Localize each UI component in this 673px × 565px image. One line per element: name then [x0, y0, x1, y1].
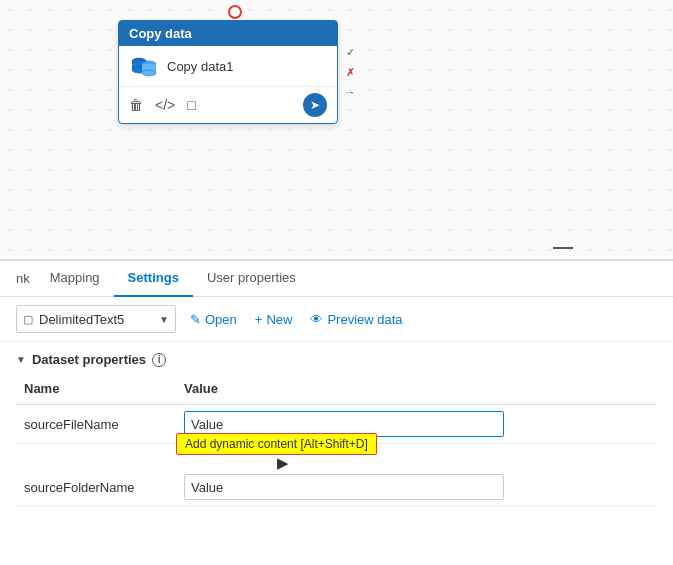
open-button[interactable]: ✎ Open	[186, 310, 241, 329]
bottom-panel: nk Mapping Settings User properties ▢ De…	[0, 260, 673, 507]
source-foldername-input[interactable]	[184, 474, 504, 500]
new-button[interactable]: + New	[251, 310, 297, 329]
canvas-area: Copy data Copy data1	[0, 0, 673, 260]
table-row: sourceFileName Add dynamic content [Alt+…	[16, 405, 657, 444]
pencil-icon: ✎	[190, 312, 201, 327]
tab-user-properties[interactable]: User properties	[193, 261, 310, 297]
preview-icon: 👁	[310, 312, 323, 327]
open-label: Open	[205, 312, 237, 327]
main-container: Copy data Copy data1	[0, 0, 673, 565]
toolbar-row: ▢ DelimitedText5 ▼ ✎ Open + New 👁 Previe…	[0, 297, 673, 342]
section-chevron-icon[interactable]: ▼	[16, 354, 26, 365]
section-title: ▼ Dataset properties i	[16, 352, 657, 367]
chevron-down-icon: ▼	[159, 314, 169, 325]
delete-icon[interactable]: 🗑	[129, 97, 143, 113]
new-label: New	[266, 312, 292, 327]
info-icon[interactable]: i	[152, 353, 166, 367]
preview-data-button[interactable]: 👁 Preview data	[306, 310, 406, 329]
dynamic-content-label: Add dynamic content [Alt+Shift+D]	[185, 437, 368, 451]
card-activity-name: Copy data1	[167, 59, 234, 74]
dynamic-content-popup[interactable]: Add dynamic content [Alt+Shift+D] ▶	[176, 433, 377, 455]
section-title-text: Dataset properties	[32, 352, 146, 367]
collapse-line	[553, 247, 573, 249]
card-header: Copy data	[119, 21, 337, 46]
properties-section: ▼ Dataset properties i Name Value source…	[0, 342, 673, 507]
dataset-icon: ▢	[23, 313, 33, 326]
card-title: Copy data	[129, 26, 192, 41]
copy-data-card: Copy data Copy data1	[118, 20, 338, 124]
tab-mapping[interactable]: Mapping	[36, 261, 114, 297]
cross-button[interactable]: ✗	[341, 63, 359, 81]
tabs-row: nk Mapping Settings User properties	[0, 261, 673, 297]
properties-table: Name Value sourceFileName Add dynamic co…	[16, 377, 657, 507]
tab-settings[interactable]: Settings	[114, 261, 193, 297]
top-circle-indicator	[228, 5, 242, 19]
dataset-select-wrapper[interactable]: ▢ DelimitedText5 ▼	[16, 305, 176, 333]
arrow-button[interactable]: ➤	[303, 93, 327, 117]
cursor-icon: ▶	[277, 454, 289, 472]
row2-name: sourceFolderName	[16, 444, 176, 507]
check-button[interactable]: ✓	[341, 43, 359, 61]
preview-label: Preview data	[327, 312, 402, 327]
copy-data-icon	[129, 54, 159, 78]
copy-icon[interactable]: □	[187, 97, 195, 113]
svg-point-5	[142, 70, 156, 76]
card-footer: 🗑 </> □ ➤	[119, 86, 337, 123]
col-header-value: Value	[176, 377, 657, 405]
link-arrow-button[interactable]: →	[341, 83, 359, 101]
row1-name: sourceFileName	[16, 405, 176, 444]
plus-icon: +	[255, 312, 263, 327]
card-body: Copy data1	[119, 46, 337, 86]
card-side-buttons: ✓ ✗ →	[341, 43, 359, 101]
tab-link: nk	[10, 261, 36, 297]
dataset-value: DelimitedText5	[39, 312, 124, 327]
row1-value-cell: Add dynamic content [Alt+Shift+D] ▶	[176, 405, 657, 444]
code-icon[interactable]: </>	[155, 97, 175, 113]
col-header-name: Name	[16, 377, 176, 405]
